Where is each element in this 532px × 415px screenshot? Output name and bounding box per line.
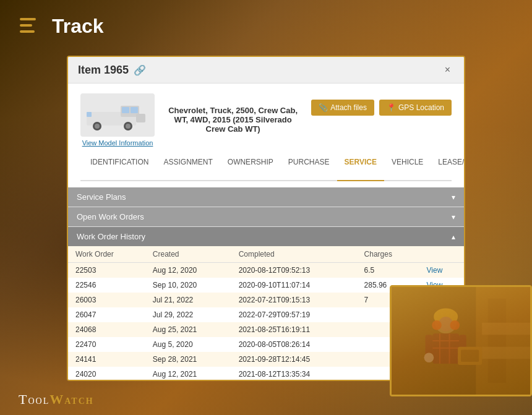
work-order-view[interactable]: View: [419, 263, 465, 278]
work-order-id: 22546: [68, 278, 145, 293]
col-header-created: Created: [145, 246, 231, 263]
svg-point-8: [95, 124, 100, 129]
open-work-orders-header[interactable]: Open Work Orders ▾: [68, 207, 464, 226]
svg-rect-11: [136, 114, 145, 122]
col-header-work-order: Work Order: [68, 246, 145, 263]
work-order-completed: 2020-09-10T11:07:14: [231, 278, 357, 293]
card-header: Item 1965 🔗 ×: [68, 57, 464, 83]
work-order-id: 22503: [68, 263, 145, 278]
vehicle-description: Chevrolet, Truck, 2500, Crew Cab, WT, 4W…: [155, 106, 311, 134]
logo-tool-text: TOOL: [19, 391, 49, 408]
work-order-created: Aug 25, 2021: [145, 322, 231, 337]
tab-purchase[interactable]: PURCHASE: [281, 153, 337, 181]
work-order-id: 24068: [68, 322, 145, 337]
attach-files-button[interactable]: 📎 Attach files: [311, 100, 374, 116]
work-order-id: 26047: [68, 307, 145, 322]
work-order-completed: 2021-08-12T13:35:34: [231, 367, 357, 381]
link-icon: 🔗: [134, 64, 146, 76]
work-order-created: Jul 29, 2022: [145, 307, 231, 322]
tab-lease-rental[interactable]: LEASE/RENTAL: [431, 153, 465, 181]
card-body: View Model Information Chevrolet, Truck,…: [68, 83, 464, 187]
machinery-background: [392, 287, 530, 395]
vehicle-info-row: View Model Information Chevrolet, Truck,…: [80, 93, 452, 147]
work-order-id: 26003: [68, 293, 145, 307]
svg-rect-5: [122, 107, 129, 113]
col-header-action: [419, 246, 465, 263]
logo-watch-text: WATCH: [49, 391, 93, 408]
view-link[interactable]: View: [427, 266, 443, 275]
gps-location-button[interactable]: 📍 GPS Location: [379, 100, 452, 116]
view-model-link[interactable]: View Model Information: [82, 139, 153, 147]
chevron-up-icon: ▴: [452, 233, 455, 241]
work-order-created: Sep 10, 2020: [145, 278, 231, 293]
tab-ownership[interactable]: OWNERSHIP: [220, 153, 281, 181]
tab-vehicle[interactable]: VEHICLE: [384, 153, 431, 181]
vehicle-left: View Model Information: [80, 93, 155, 147]
open-work-orders-section: Open Work Orders ▾: [68, 207, 464, 227]
corner-worker-image: [390, 285, 532, 396]
work-order-id: 24141: [68, 352, 145, 367]
col-header-completed: Completed: [231, 246, 357, 263]
tab-identification[interactable]: IDENTIFICATION: [83, 153, 156, 181]
service-plans-section: Service Plans ▾: [68, 187, 464, 207]
svg-rect-12: [87, 112, 92, 117]
work-order-completed: 2020-08-12T09:52:13: [231, 263, 357, 278]
gps-icon: 📍: [387, 103, 396, 112]
svg-rect-6: [131, 107, 138, 113]
tab-service[interactable]: SERVICE: [337, 153, 384, 181]
tabs-row: IDENTIFICATION ASSIGNMENT OWNERSHIP PURC…: [80, 153, 452, 181]
work-order-id: 22470: [68, 337, 145, 352]
truck-svg: [84, 96, 152, 134]
close-button[interactable]: ×: [441, 63, 454, 77]
work-order-created: Jul 21, 2022: [145, 293, 231, 307]
work-order-history-header[interactable]: Work Order History ▴: [68, 227, 464, 246]
action-buttons: 📎 Attach files 📍 GPS Location: [311, 100, 452, 116]
card-title-row: Item 1965 🔗: [78, 64, 146, 77]
work-order-created: Aug 5, 2020: [145, 337, 231, 352]
svg-rect-0: [20, 18, 36, 20]
chevron-down-icon-2: ▾: [452, 213, 455, 221]
track-icon: [19, 15, 43, 38]
col-header-charges: Charges: [357, 246, 419, 263]
svg-rect-2: [20, 30, 35, 33]
chevron-down-icon: ▾: [452, 193, 455, 202]
header-title: Track: [52, 15, 104, 38]
work-order-completed: 2021-08-25T16:19:11: [231, 322, 357, 337]
header-bar: Track: [0, 0, 532, 53]
tab-assignment[interactable]: ASSIGNMENT: [156, 153, 220, 181]
service-plans-header[interactable]: Service Plans ▾: [68, 187, 464, 207]
work-order-id: 24020: [68, 367, 145, 381]
vehicle-image: [80, 93, 155, 137]
work-order-completed: 2022-07-29T09:57:19: [231, 307, 357, 322]
card-title-text: Item 1965: [78, 64, 129, 77]
attach-icon: 📎: [319, 103, 328, 112]
svg-rect-1: [20, 24, 32, 27]
worker-image-simulation: [392, 287, 530, 395]
table-row: 22503Aug 12, 20202020-08-12T09:52:136.5V…: [68, 263, 464, 278]
work-order-completed: 2020-08-05T08:26:14: [231, 337, 357, 352]
work-order-created: Aug 12, 2021: [145, 367, 231, 381]
work-order-created: Sep 28, 2021: [145, 352, 231, 367]
svg-point-10: [126, 124, 131, 129]
work-order-charges: 6.5: [357, 263, 419, 278]
work-order-completed: 2021-09-28T12:14:45: [231, 352, 357, 367]
work-order-completed: 2022-07-21T09:15:13: [231, 293, 357, 307]
work-order-created: Aug 12, 2020: [145, 263, 231, 278]
bottom-logo: TOOL WATCH: [19, 391, 94, 408]
